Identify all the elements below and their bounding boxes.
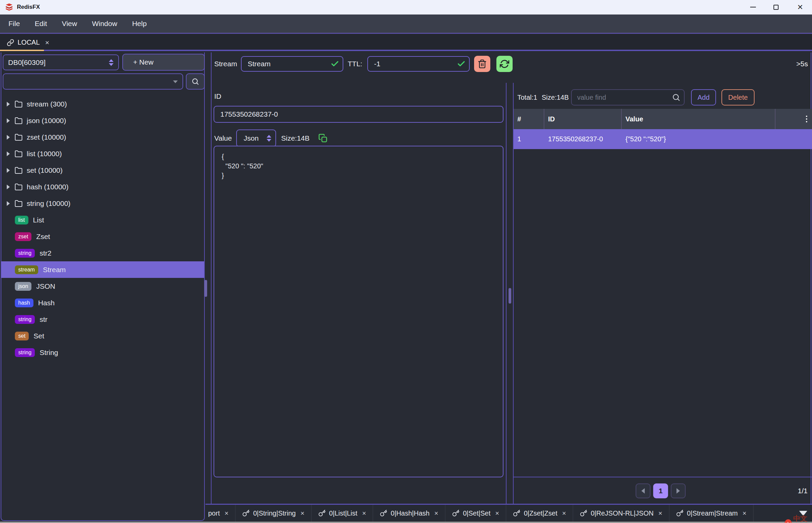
tree-key-hash[interactable]: hash Hash <box>1 294 204 311</box>
value-find-input[interactable] <box>571 89 685 106</box>
menu-bar: File Edit View Window Help <box>0 15 812 34</box>
tree-key-json[interactable]: json JSON <box>1 278 204 294</box>
bottom-tab-rejson[interactable]: 0|ReJSON-RL|JSON × <box>573 505 669 522</box>
menu-view[interactable]: View <box>62 20 77 28</box>
window-bottom-edge <box>0 522 812 523</box>
tree-folder-json[interactable]: json (10000) <box>1 112 204 129</box>
tree-folder-zset[interactable]: zset (10000) <box>1 129 204 145</box>
tab-local-close-icon[interactable]: × <box>45 38 49 47</box>
copy-value-button[interactable] <box>318 133 328 143</box>
bottom-tab-label: 0|Zset|Zset <box>524 509 557 517</box>
expand-caret-icon[interactable] <box>7 185 10 189</box>
bottom-tab-set[interactable]: 0|Set|Set × <box>445 505 506 522</box>
bottom-tab-label: 0|Hash|Hash <box>391 509 429 517</box>
ttl-input[interactable] <box>367 56 470 72</box>
bottom-tab-strip: port × 0|String|String × 0|List|List × 0… <box>205 504 812 522</box>
kebab-menu-icon <box>806 115 807 122</box>
tree-key-stream-selected[interactable]: stream Stream <box>1 262 204 278</box>
bottom-tab-port[interactable]: port × <box>205 505 236 522</box>
key-label: String <box>39 348 58 357</box>
table-row[interactable]: 1 1755350268237-0 {"520 ":"520"} <box>514 129 812 149</box>
search-icon <box>672 93 681 102</box>
expand-caret-icon[interactable] <box>7 168 10 173</box>
key-search-input[interactable] <box>3 73 183 90</box>
refresh-button[interactable] <box>496 56 513 72</box>
tab-close-icon[interactable]: × <box>742 509 746 517</box>
entry-id-input[interactable] <box>214 106 503 123</box>
tree-key-list[interactable]: list List <box>1 212 204 228</box>
tab-close-icon[interactable]: × <box>658 509 662 517</box>
copy-icon <box>318 133 328 143</box>
menu-file[interactable]: File <box>8 20 20 28</box>
bottom-tab-hash[interactable]: 0|Hash|Hash × <box>373 505 445 522</box>
entries-size-label: Size:14B <box>542 89 569 106</box>
tab-close-icon[interactable]: × <box>434 509 438 517</box>
tab-close-icon[interactable]: × <box>562 509 566 517</box>
delete-entry-button[interactable]: Delete <box>721 89 755 106</box>
bottom-tab-zset[interactable]: 0|Zset|Zset × <box>506 505 573 522</box>
tree-folder-string[interactable]: string (10000) <box>1 195 204 212</box>
tab-local-label: LOCAL <box>18 38 40 46</box>
menu-window[interactable]: Window <box>92 20 117 28</box>
key-icon <box>513 509 520 517</box>
tree-folder-list[interactable]: list (10000) <box>1 145 204 162</box>
bottom-tab-stream-active[interactable]: 0|Stream|Stream × <box>669 505 754 522</box>
new-key-button[interactable]: + New <box>122 54 205 71</box>
folder-icon <box>15 199 23 208</box>
expand-caret-icon[interactable] <box>7 118 10 123</box>
maximize-icon <box>774 5 778 10</box>
bottom-tab-string[interactable]: 0|String|String × <box>236 505 312 522</box>
expand-caret-icon[interactable] <box>7 102 10 107</box>
type-badge: string <box>15 315 35 324</box>
menu-help[interactable]: Help <box>132 20 147 28</box>
search-dropdown-caret-icon[interactable] <box>173 80 178 83</box>
tree-key-string[interactable]: string String <box>1 344 204 361</box>
tree-folder-stream[interactable]: stream (300) <box>1 96 204 112</box>
folder-label: json (10000) <box>27 116 66 125</box>
folder-icon <box>15 133 23 141</box>
tab-close-icon[interactable]: × <box>300 509 304 517</box>
tree-key-zset[interactable]: zset Zset <box>1 228 204 245</box>
key-tree: stream (300) json (10000) zset (10000) l… <box>1 96 204 361</box>
sidebar-scrollbar[interactable] <box>204 280 207 297</box>
id-label: ID <box>214 92 221 101</box>
sidebar: DB0[60309] + New stream (300) json (1000… <box>1 52 205 521</box>
add-entry-button[interactable]: Add <box>691 89 716 106</box>
app-title: RedisFX <box>17 4 40 11</box>
key-icon <box>380 509 387 517</box>
delete-key-button[interactable] <box>474 56 490 72</box>
key-label: Set <box>34 332 44 340</box>
tree-folder-hash[interactable]: hash (10000) <box>1 179 204 195</box>
page-prev-button[interactable] <box>635 484 650 498</box>
tab-close-icon[interactable]: × <box>224 509 228 517</box>
value-format-selector[interactable]: Json <box>236 129 276 147</box>
tab-close-icon[interactable]: × <box>495 509 499 517</box>
tree-key-str[interactable]: string str <box>1 311 204 328</box>
tree-folder-set[interactable]: set (10000) <box>1 162 204 179</box>
bottom-tab-list[interactable]: 0|List|List × <box>312 505 373 522</box>
expand-caret-icon[interactable] <box>7 151 10 156</box>
tab-local[interactable]: LOCAL × <box>0 34 51 51</box>
watermark-php-badge: php <box>785 519 792 523</box>
value-editor[interactable]: { "520 ": "520" } <box>214 146 503 477</box>
search-button[interactable] <box>186 73 205 90</box>
tree-key-str2[interactable]: string str2 <box>1 245 204 262</box>
key-name-input[interactable] <box>241 56 343 72</box>
maximize-button[interactable] <box>768 0 783 14</box>
minimize-button[interactable] <box>745 0 761 14</box>
menu-edit[interactable]: Edit <box>35 20 47 28</box>
database-selector[interactable]: DB0[60309] <box>3 54 119 70</box>
page-current-button[interactable]: 1 <box>653 484 668 498</box>
value-find-wrap <box>571 89 685 106</box>
expand-caret-icon[interactable] <box>7 135 10 140</box>
panel-divider-handle[interactable] <box>509 288 511 304</box>
tab-close-icon[interactable]: × <box>362 509 366 517</box>
check-icon <box>331 59 339 68</box>
expand-caret-icon[interactable] <box>7 201 10 206</box>
close-button[interactable]: × <box>792 0 808 14</box>
page-next-button[interactable] <box>671 484 686 498</box>
column-header-menu[interactable] <box>775 109 812 129</box>
tree-key-set[interactable]: set Set <box>1 328 204 344</box>
refresh-icon <box>500 59 509 69</box>
watermark-text: 中文网 <box>793 514 812 523</box>
